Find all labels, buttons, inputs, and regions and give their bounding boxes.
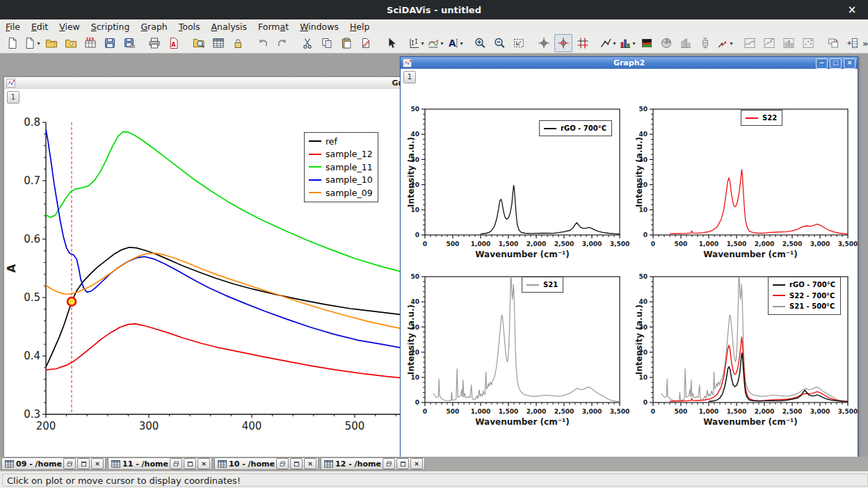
select-range-button[interactable] (574, 34, 592, 52)
legend[interactable]: S21 (522, 277, 563, 293)
screen-reader-button[interactable] (535, 34, 553, 52)
redo-button[interactable] (273, 34, 291, 52)
legend-entry: sample_10 (309, 174, 373, 187)
taskbar-window-4[interactable]: 12 - /home/...× (321, 457, 425, 470)
plot3d-scatter-button[interactable] (799, 34, 817, 52)
restore-button[interactable] (170, 458, 182, 469)
append-project-button[interactable] (62, 34, 80, 52)
restore-button[interactable] (383, 458, 395, 469)
taskbar-window-1[interactable]: 09 - /home/...× (1, 457, 106, 470)
window-graph2-titlebar[interactable]: Graph2 −□× (401, 57, 858, 69)
restore-button[interactable] (276, 458, 289, 469)
pie-plot-button[interactable] (657, 34, 675, 52)
vector-plot-menu-button[interactable]: ▾ (716, 34, 734, 52)
open-project-button[interactable] (42, 34, 61, 52)
maximize-button[interactable] (396, 458, 409, 469)
menu-tools[interactable]: Tools (173, 20, 206, 33)
maximize-button[interactable] (77, 458, 90, 469)
add-column-button[interactable] (844, 34, 862, 52)
close-button[interactable]: × (304, 458, 316, 469)
project-explorer-button[interactable] (190, 34, 208, 52)
axes-menu-button[interactable]: ▾ (407, 34, 425, 52)
layer-button-1[interactable]: 1 (7, 91, 19, 104)
pointer-icon (385, 37, 397, 49)
menu-windows[interactable]: Windows (294, 20, 344, 33)
svg-text:123: 123 (86, 37, 95, 41)
window-graph2-close-button[interactable]: × (844, 58, 855, 69)
menu-help[interactable]: Help (344, 20, 376, 33)
save-project-button[interactable] (101, 34, 119, 52)
cut-button[interactable] (298, 34, 316, 52)
taskbar-window-3[interactable]: 10 - /home/...× (214, 457, 319, 470)
print-button[interactable] (145, 34, 163, 52)
chart-raman-s22[interactable]: 05001,0001,5002,0002,5003,0003,500010203… (636, 81, 858, 276)
export-pdf-button[interactable]: A (165, 34, 183, 52)
chart-uvvis[interactable]: 2003004005000.30.40.50.60.70.8Arefsample… (4, 89, 404, 454)
surf4-icon (802, 37, 814, 49)
copy-button[interactable] (318, 34, 336, 52)
grid-icon (212, 37, 225, 49)
import-ascii-button[interactable]: 123 (81, 34, 99, 52)
menu-view[interactable]: View (54, 20, 86, 33)
svg-text:40: 40 (638, 298, 648, 305)
plot3d-trajectory-button[interactable] (760, 34, 778, 52)
maximize-button[interactable] (290, 458, 303, 469)
window-graph2[interactable]: Graph2 −□× 1 05001,0001,5002,0002,5003,0… (400, 56, 858, 457)
toolbar: ▾123A▾▾A▾▾▾▾» (0, 33, 868, 54)
zoom-in-button[interactable] (471, 34, 489, 52)
data-reader-button[interactable] (554, 34, 572, 52)
chart-raman-s21[interactable]: 05001,0001,5002,0002,5003,0003,500010203… (408, 249, 632, 444)
svg-text:0: 0 (415, 399, 419, 406)
curves-menu-button[interactable]: ▾ (426, 34, 444, 52)
taskbar-window-2[interactable]: 11 - /home/...× (108, 457, 212, 470)
legend[interactable]: rGO - 700°CS22 - 700°CS21 - 500°C (768, 277, 841, 315)
copy-icon (321, 37, 333, 49)
toolbar-overflow-button[interactable]: » (862, 38, 868, 49)
svg-text:0: 0 (651, 408, 655, 415)
legend[interactable]: refsample_12sample_11sample_10sample_09 (304, 132, 378, 202)
menu-format[interactable]: Format (252, 20, 294, 33)
clear-button[interactable] (357, 34, 375, 52)
add-text-button[interactable]: A▾ (446, 34, 464, 52)
svg-text:0.3: 0.3 (24, 408, 40, 421)
box-plot-button[interactable] (696, 34, 714, 52)
zoom-out-button[interactable] (490, 34, 508, 52)
paste-button[interactable] (337, 34, 355, 52)
legend[interactable]: S22 (741, 110, 782, 126)
bars3d-plot-button[interactable] (677, 34, 695, 52)
lock-toolbars-button[interactable] (229, 34, 247, 52)
chart-raman-rgo700[interactable]: 05001,0001,5002,0002,5003,0003,500010203… (408, 81, 632, 276)
close-button[interactable]: × (410, 458, 423, 469)
new-aspect-button[interactable]: ▾ (23, 34, 41, 52)
arrange-layers-button[interactable] (824, 34, 842, 52)
plot3d-bars-button[interactable] (780, 34, 798, 52)
menu-edit[interactable]: Edit (26, 20, 54, 33)
line-plot-menu-button[interactable]: ▾ (599, 34, 617, 52)
close-button[interactable]: × (91, 458, 104, 469)
plot3d-surface-button[interactable] (741, 34, 759, 52)
menu-scripting[interactable]: Scripting (86, 20, 136, 33)
window-graph2-maximize-button[interactable]: □ (830, 58, 842, 69)
close-button[interactable]: × (198, 458, 210, 469)
legend[interactable]: rGO - 700°C (539, 120, 612, 136)
save-template-button[interactable] (120, 34, 138, 52)
menu-analysis[interactable]: Analysis (206, 20, 253, 33)
window-graph2-minimize-button[interactable]: − (816, 58, 828, 69)
restore-button[interactable] (63, 458, 76, 469)
rescale-button[interactable] (510, 34, 528, 52)
colormap-plot-button[interactable] (638, 34, 656, 52)
undo-button[interactable] (254, 34, 272, 52)
app-close-button[interactable]: × (843, 0, 861, 19)
new-project-button[interactable] (3, 34, 22, 52)
chart-raman-combined[interactable]: 05001,0001,5002,0002,5003,0003,500010203… (636, 249, 858, 444)
maximize-button[interactable] (184, 458, 196, 469)
menu-file[interactable]: File (0, 20, 26, 33)
legend-swatch (544, 128, 556, 129)
bar-plot-menu-button[interactable]: ▾ (618, 34, 636, 52)
legend-label: S21 (543, 281, 558, 288)
svg-text:3,500: 3,500 (838, 241, 858, 247)
show-table-button[interactable] (209, 34, 227, 52)
pointer-button[interactable] (382, 34, 400, 52)
layer-button-1[interactable]: 1 (403, 71, 416, 83)
menu-graph[interactable]: Graph (135, 20, 172, 33)
